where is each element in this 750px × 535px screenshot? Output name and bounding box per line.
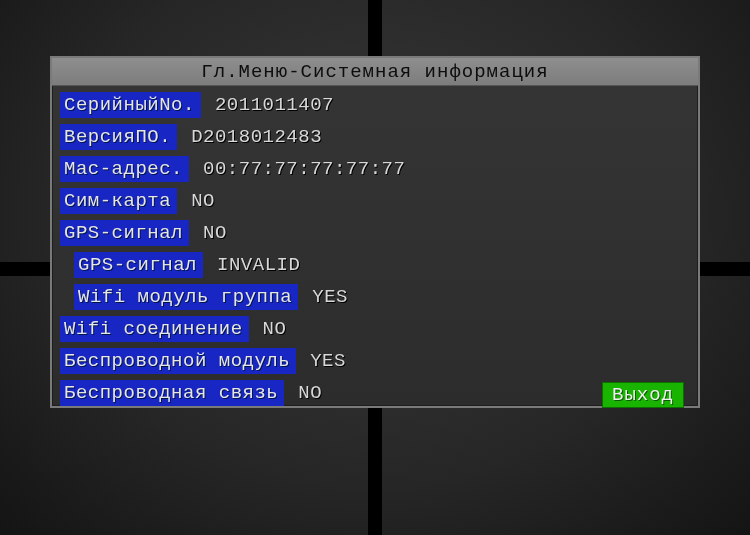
row-wifi-conn: Wifi соединение NO	[60, 314, 690, 344]
label-gps-signal: GPS-сигнал	[60, 220, 189, 246]
row-wifi-module: Wifi модуль группа YES	[60, 282, 690, 312]
label-sim: Сим-карта	[60, 188, 177, 214]
label-sw-version: ВерсияПО.	[60, 124, 177, 150]
value-wireless-module: YES	[310, 350, 346, 372]
value-serial: 2011011407	[215, 94, 334, 116]
label-wifi-module: Wifi модуль группа	[74, 284, 298, 310]
row-serial: СерийныйNo. 2011011407	[60, 90, 690, 120]
window-title: Гл.Меню-Системная информация	[52, 58, 698, 86]
value-wireless-conn: NO	[298, 382, 322, 404]
system-info-window: Гл.Меню-Системная информация СерийныйNo.…	[50, 56, 700, 408]
label-mac: Mac-адрес.	[60, 156, 189, 182]
label-gps-valid: GPS-сигнал	[74, 252, 203, 278]
label-wireless-module: Беспроводной модуль	[60, 348, 296, 374]
value-mac: 00:77:77:77:77:77	[203, 158, 405, 180]
row-wireless-conn: Беспроводная связь NO Выход	[60, 378, 690, 408]
label-serial: СерийныйNo.	[60, 92, 201, 118]
row-wireless-module: Беспроводной модуль YES	[60, 346, 690, 376]
value-wifi-conn: NO	[263, 318, 287, 340]
window-content: СерийныйNo. 2011011407 ВерсияПО. D201801…	[52, 86, 698, 414]
value-sim: NO	[191, 190, 215, 212]
value-sw-version: D2018012483	[191, 126, 322, 148]
row-sim: Сим-карта NO	[60, 186, 690, 216]
label-wifi-conn: Wifi соединение	[60, 316, 249, 342]
row-gps-valid: GPS-сигнал INVALID	[60, 250, 690, 280]
row-mac: Mac-адрес. 00:77:77:77:77:77	[60, 154, 690, 184]
value-wifi-module: YES	[312, 286, 348, 308]
value-gps-signal: NO	[203, 222, 227, 244]
label-wireless-conn: Беспроводная связь	[60, 380, 284, 406]
row-sw-version: ВерсияПО. D2018012483	[60, 122, 690, 152]
value-gps-valid: INVALID	[217, 254, 300, 276]
row-gps-signal: GPS-сигнал NO	[60, 218, 690, 248]
exit-button[interactable]: Выход	[602, 382, 684, 408]
